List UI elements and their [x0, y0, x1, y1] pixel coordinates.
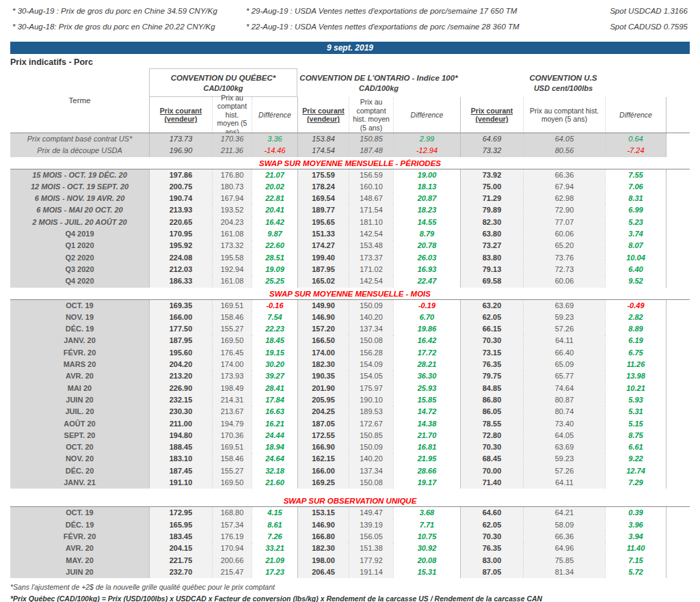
difference-cell: 3.36 — [252, 133, 297, 145]
term-cell: MAY. 20 — [10, 555, 149, 566]
price-cell: 188.45 — [149, 441, 212, 453]
difference-cell: 19.86 — [393, 323, 460, 335]
price-cell: 87.05 — [460, 566, 523, 578]
price-cell: 83.80 — [460, 252, 523, 264]
price-cell: 201.90 — [297, 383, 349, 394]
price-cell: 71.40 — [460, 477, 523, 489]
price-cell: 57.26 — [523, 323, 605, 335]
price-cell: 161.08 — [212, 228, 252, 240]
us-convention-header: CONVENTION U.S USD cent/100lbs — [460, 68, 667, 97]
price-cell: 171.54 — [349, 204, 393, 216]
price-cell: 195.60 — [149, 347, 212, 359]
footnotes: *Sans l'ajustement de +2$ de la nouvelle… — [10, 582, 690, 602]
difference-cell: 8.07 — [605, 240, 667, 251]
price-cell: 59.23 — [523, 453, 605, 465]
difference-cell: 18.13 — [393, 181, 460, 193]
price-cell: 154.05 — [349, 370, 393, 382]
price-cell: 167.94 — [212, 193, 252, 204]
price-cell: 72.80 — [460, 430, 523, 441]
top-notes: * 30-Aug-19 : Prix de gros du porc en Ch… — [0, 0, 700, 37]
price-cell: 57.26 — [523, 465, 605, 477]
difference-cell: 21.95 — [393, 453, 460, 465]
page-title: Prix indicatifs - Porc — [10, 57, 690, 67]
price-cell: 74.64 — [523, 383, 605, 394]
difference-cell: 7.29 — [605, 477, 667, 489]
price-cell: 198.49 — [212, 383, 252, 394]
price-cell: 156.05 — [349, 531, 393, 543]
price-cell: 83.00 — [460, 555, 523, 566]
difference-cell: 5.31 — [605, 406, 667, 418]
difference-cell: 10.75 — [393, 531, 460, 543]
difference-cell: 6.75 — [605, 347, 667, 359]
price-cell: 142.54 — [349, 228, 393, 240]
price-cell: 150.85 — [349, 430, 393, 441]
difference-cell: 10.21 — [605, 383, 667, 394]
price-cell: 181.10 — [349, 217, 393, 228]
price-cell: 72.90 — [523, 204, 605, 216]
price-cell: 195.58 — [212, 252, 252, 264]
price-cell: 176.19 — [212, 531, 252, 543]
difference-cell: 15.85 — [393, 394, 460, 406]
price-cell: 211.00 — [149, 418, 212, 430]
price-cell: 150.08 — [349, 335, 393, 346]
difference-cell: 18.45 — [252, 335, 297, 346]
difference-cell: 3.68 — [393, 507, 460, 519]
difference-cell: 10.04 — [605, 252, 667, 264]
section-title: SWAP SUR MOYENNE MENSUELLE - MOIS — [10, 288, 690, 300]
difference-cell: 16.63 — [252, 406, 297, 418]
price-cell: 165.95 — [149, 519, 212, 531]
price-cell: 174.00 — [297, 347, 349, 359]
difference-cell: 21.07 — [252, 169, 297, 181]
difference-cell: 8.31 — [605, 193, 667, 204]
section-gap — [0, 489, 700, 495]
price-cell: 81.34 — [523, 566, 605, 578]
price-cell: 154.09 — [349, 359, 393, 370]
quebec-current-price-header: Prix courant (vendeur) — [149, 97, 212, 133]
spot-fx-notes: Spot USDCAD 1.3166 Spot CADUSD 0.7595 — [585, 5, 688, 37]
price-cell: 66.36 — [523, 169, 605, 181]
price-cell: 156.28 — [349, 347, 393, 359]
term-cell: JUIN 20 — [10, 566, 149, 578]
price-cell: 62.05 — [460, 312, 523, 323]
price-cell: 62.98 — [523, 193, 605, 204]
price-cell: 67.94 — [523, 181, 605, 193]
price-cell: 158.46 — [212, 453, 252, 465]
difference-cell: 22.47 — [393, 275, 460, 287]
price-cell: 155.27 — [212, 323, 252, 335]
price-cell: 190.74 — [149, 193, 212, 204]
price-cell: 150.08 — [349, 477, 393, 489]
us-hist-price-header: Prix au comptant hist. moyen (5 ans) — [523, 97, 605, 133]
price-cell: 70.30 — [460, 441, 523, 453]
price-cell: 200.75 — [149, 181, 212, 193]
price-cell: 172.67 — [349, 418, 393, 430]
us-convention-unit: USD cent/100lbs — [460, 83, 667, 94]
ontario-convention-header: CONVENTION DE L'ONTARIO - Indice 100* CA… — [297, 68, 460, 97]
term-cell: Prix de la découpe USDA — [10, 145, 149, 156]
price-cell: 191.14 — [349, 566, 393, 578]
price-cell: 168.80 — [212, 507, 252, 519]
difference-cell: 25.25 — [252, 275, 297, 287]
term-cell: JANV. 21 — [10, 477, 149, 489]
price-cell: 200.66 — [212, 555, 252, 566]
price-cell: 149.90 — [297, 300, 349, 312]
price-cell: 160.10 — [349, 181, 393, 193]
term-cell: Q2 2020 — [10, 252, 149, 264]
difference-cell: 3.96 — [605, 519, 667, 531]
difference-cell: -0.19 — [393, 300, 460, 312]
term-cell: Prix comptant basé contrat US* — [10, 133, 149, 145]
price-cell: 65.09 — [523, 359, 605, 370]
price-cell: 142.54 — [349, 275, 393, 287]
price-cell: 165.02 — [297, 275, 349, 287]
difference-cell: 21.70 — [393, 430, 460, 441]
difference-cell: 11.26 — [605, 359, 667, 370]
price-cell: 170.94 — [212, 543, 252, 554]
section-rows-grid: OCT. 19172.95168.804.15153.15149.473.686… — [10, 507, 690, 578]
price-cell: 150.85 — [349, 133, 393, 145]
price-cell: 173.37 — [349, 252, 393, 264]
spot-cadusd: Spot CADUSD 0.7595 — [585, 21, 688, 32]
difference-cell: 20.02 — [252, 181, 297, 193]
difference-cell: 20.08 — [393, 555, 460, 566]
price-cell: 78.55 — [460, 418, 523, 430]
price-cell: 166.90 — [297, 441, 349, 453]
price-cell: 172.55 — [297, 430, 349, 441]
